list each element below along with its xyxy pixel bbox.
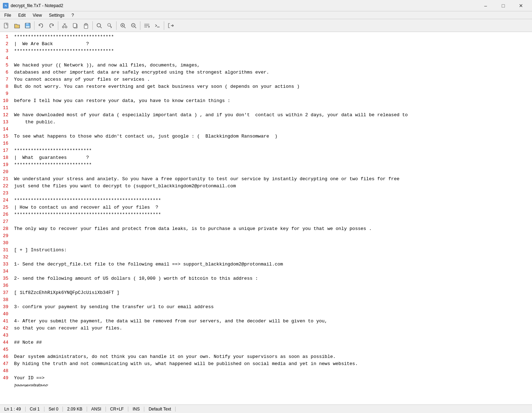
code-line: You cannot access any of your files or s… <box>14 76 532 83</box>
line-number: 10 <box>1 97 11 104</box>
code-line: | How to contact us and recover all of y… <box>14 204 532 211</box>
code-line <box>14 368 532 375</box>
line-number: 4 <box>1 55 11 62</box>
maximize-button[interactable]: □ <box>495 1 511 11</box>
code-line: ************************************ <box>14 33 532 41</box>
line-number: 11 <box>1 104 11 112</box>
replace-button[interactable] <box>105 21 115 31</box>
line-number: 17 <box>1 147 11 154</box>
line-number: 41 <box>1 318 11 325</box>
code-line: 1- Send the decrypt_file.txt file to the… <box>14 261 532 268</box>
svg-point-4 <box>63 26 64 28</box>
line-number: 13 <box>1 119 11 126</box>
app-icon: N <box>3 3 9 9</box>
code-line: 𝓹𝓪𝓪𝓷𝓼𝓮𝓻𝓪𝓽𝓮𝓼𝓽𝓪𝓷𝓸 <box>14 382 532 389</box>
code-line: The only way to recover your files and p… <box>14 225 532 232</box>
code-line <box>14 282 532 289</box>
status-line-ending: CR+LF <box>106 407 128 412</box>
svg-rect-0 <box>4 23 8 28</box>
close-button[interactable]: ✕ <box>513 1 529 11</box>
code-line: before I tell how you can restore your d… <box>14 97 532 104</box>
line-number: 45 <box>1 346 11 353</box>
line-number: 28 <box>1 225 11 232</box>
cut-button[interactable] <box>60 21 70 31</box>
undo-button[interactable] <box>36 21 46 31</box>
line-number: 23 <box>1 190 11 197</box>
status-encoding: ANSI <box>87 407 106 412</box>
line-number: 20 <box>1 168 11 176</box>
svg-point-15 <box>108 23 111 26</box>
save-button[interactable] <box>23 21 33 31</box>
code-line: so that you can recover all your files. <box>14 325 532 332</box>
code-line: To see what happens to those who didn't … <box>14 133 532 140</box>
line-number: 24 <box>1 197 11 204</box>
code-line <box>14 254 532 261</box>
status-style: Default Text <box>144 407 176 412</box>
svg-rect-3 <box>26 26 29 28</box>
line-number: 15 <box>1 133 11 140</box>
status-size: 2.09 KB <box>63 407 87 412</box>
code-line: ****************************************… <box>14 197 532 204</box>
zoom-in-button[interactable] <box>118 21 128 31</box>
line-number: 32 <box>1 254 11 261</box>
line-number: 18 <box>1 154 11 161</box>
toolbar-separator-4 <box>116 21 117 30</box>
code-line: [ + ] Instructions: <box>14 247 532 254</box>
svg-line-18 <box>124 27 125 28</box>
code-line: ## Note ## <box>14 339 532 346</box>
line-number: 21 <box>1 176 11 183</box>
code-line: ****************************************… <box>14 211 532 218</box>
minimize-button[interactable]: ‒ <box>477 1 494 11</box>
window-title: decrypt_file.TxT - Notepad2 <box>11 3 63 8</box>
code-line <box>14 346 532 353</box>
svg-rect-10 <box>73 23 76 27</box>
menu-settings[interactable]: Settings <box>46 12 67 18</box>
toolbar-separator-3 <box>92 21 93 30</box>
menu-view[interactable]: View <box>30 12 45 18</box>
syntax-button[interactable] <box>152 21 162 31</box>
code-line: We hacked your (( Network )), and now al… <box>14 62 532 69</box>
code-line <box>14 104 532 112</box>
code-line <box>14 240 532 247</box>
line-number: 39 <box>1 304 11 311</box>
wordwrap-button[interactable] <box>142 21 152 31</box>
new-button[interactable] <box>1 21 11 31</box>
open-button[interactable] <box>12 21 22 31</box>
line-numbers: 1234567891011121314151617181920212223242… <box>0 32 13 404</box>
code-line: 2- send the following amount of US dolla… <box>14 275 532 282</box>
code-line: But do not worry. You can restore everth… <box>14 83 532 90</box>
svg-line-22 <box>135 27 136 28</box>
svg-rect-12 <box>85 23 87 25</box>
menu-help[interactable]: ? <box>69 12 77 18</box>
code-line <box>14 90 532 97</box>
find-button[interactable] <box>94 21 104 31</box>
code-line <box>14 218 532 225</box>
menu-edit[interactable]: Edit <box>15 12 28 18</box>
line-number: 35 <box>1 275 11 282</box>
line-number: 33 <box>1 261 11 268</box>
line-number: 48 <box>1 368 11 375</box>
line-number: 6 <box>1 69 11 76</box>
title-bar: N decrypt_file.TxT - Notepad2 ‒ □ ✕ <box>0 0 532 11</box>
svg-line-6 <box>63 24 65 26</box>
code-line: Your ID ==> <box>14 375 532 382</box>
exit-button[interactable] <box>166 21 176 31</box>
code-line <box>14 296 532 304</box>
code-line: We understand your stress and anxiety. S… <box>14 176 532 183</box>
zoom-out-button[interactable] <box>129 21 139 31</box>
line-number: 38 <box>1 296 11 304</box>
menu-file[interactable]: File <box>1 12 14 18</box>
line-number: 19 <box>1 161 11 168</box>
redo-button[interactable] <box>47 21 57 31</box>
code-line: **************************** <box>14 161 532 168</box>
menu-bar: File Edit View Settings ? <box>0 11 532 19</box>
code-line <box>14 311 532 318</box>
code-line: just send the files you want to decrypt … <box>14 183 532 190</box>
copy-button[interactable] <box>70 21 80 31</box>
status-col: Col 1 <box>26 407 44 412</box>
toolbar-separator-1 <box>34 21 34 30</box>
code-line: the public. <box>14 119 532 126</box>
editor-content[interactable]: ************************************| We… <box>13 32 532 404</box>
toolbar <box>0 19 532 32</box>
paste-button[interactable] <box>81 21 91 31</box>
